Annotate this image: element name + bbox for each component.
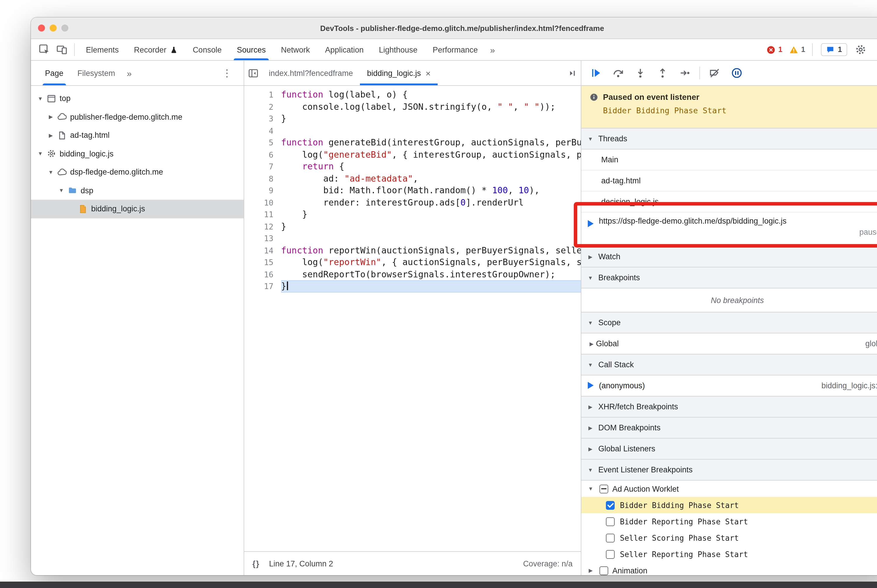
- elb-item-bidder-reporting-phase-start[interactable]: Bidder Reporting Phase Start: [581, 513, 877, 530]
- device-toolbar-icon[interactable]: [53, 42, 71, 58]
- thread-item-main[interactable]: Main: [581, 150, 877, 170]
- checkbox-checked[interactable]: [606, 501, 615, 510]
- devtools-tab-console[interactable]: Console: [185, 39, 229, 60]
- pause-on-exceptions-button[interactable]: [728, 65, 746, 81]
- disclosure-closed-icon[interactable]: ▶: [586, 568, 596, 573]
- devtools-tab-network[interactable]: Network: [274, 39, 317, 60]
- step-button[interactable]: [676, 65, 693, 81]
- resume-button[interactable]: [587, 65, 605, 81]
- issues-button[interactable]: 1: [821, 43, 847, 56]
- navigator-menu-icon[interactable]: ⋮: [217, 67, 237, 79]
- checkbox-indeterminate[interactable]: [599, 484, 608, 493]
- toggle-navigator-icon[interactable]: [244, 65, 262, 81]
- devtools-tab-recorder[interactable]: Recorder: [126, 39, 185, 60]
- line-number[interactable]: 11: [244, 208, 281, 220]
- disclosure-open-icon[interactable]: ▼: [36, 96, 45, 102]
- more-panels-chevron-icon[interactable]: »: [486, 45, 500, 55]
- error-badge[interactable]: 1: [763, 45, 786, 54]
- tab-filesystem[interactable]: Filesystem: [71, 61, 122, 85]
- disclosure-closed-icon[interactable]: ▶: [46, 114, 56, 120]
- threads-section-header[interactable]: ▼ Threads: [581, 128, 877, 150]
- elb-item-seller-reporting-phase-start[interactable]: Seller Reporting Phase Start: [581, 546, 877, 562]
- editor-tab-index-html[interactable]: index.html?fencedframe: [262, 61, 360, 85]
- call-stack-section-header[interactable]: ▼ Call Stack: [581, 354, 877, 375]
- desktop-bottom-bar: [0, 582, 877, 588]
- dom-breakpoints-section-header[interactable]: ▶ DOM Breakpoints: [581, 417, 877, 438]
- line-number[interactable]: 8: [244, 172, 281, 184]
- line-number[interactable]: 12: [244, 220, 281, 232]
- line-number[interactable]: 2: [244, 101, 281, 113]
- scope-global-row[interactable]: ▶ Global global: [581, 333, 877, 354]
- line-number[interactable]: 10: [244, 196, 281, 208]
- editor-tab-bidding-logic-js[interactable]: bidding_logic.js ×: [360, 61, 438, 85]
- line-number[interactable]: 14: [244, 244, 281, 256]
- line-number[interactable]: 1: [244, 89, 281, 101]
- disclosure-open-icon[interactable]: ▼: [586, 486, 596, 492]
- devtools-tab-elements[interactable]: Elements: [78, 39, 126, 60]
- elb-group-ad-auction-worklet[interactable]: ▼Ad Auction Worklet: [581, 480, 877, 497]
- line-number[interactable]: 6: [244, 148, 281, 160]
- editor-statusbar: {} Line 17, Column 2 Coverage: n/a: [244, 551, 581, 575]
- step-over-button[interactable]: [609, 65, 627, 81]
- checkbox-unchecked[interactable]: [606, 533, 615, 542]
- xhr-breakpoints-section-header[interactable]: ▶ XHR/fetch Breakpoints: [581, 396, 877, 417]
- section-title: Breakpoints: [598, 273, 640, 282]
- line-number[interactable]: 13: [244, 232, 281, 244]
- thread-item-current[interactable]: https://dsp-fledge-demo.glitch.me/dsp/bi…: [581, 212, 877, 246]
- disclosure-closed-icon[interactable]: ▶: [46, 132, 56, 138]
- pretty-print-button[interactable]: {}: [253, 559, 260, 568]
- line-number[interactable]: 7: [244, 160, 281, 172]
- elb-item-bidder-bidding-phase-start[interactable]: Bidder Bidding Phase Start: [581, 497, 877, 513]
- devtools-menu-icon[interactable]: ⋮: [869, 44, 877, 56]
- step-into-button[interactable]: [632, 65, 649, 81]
- tree-item-bidding-logic-js[interactable]: bidding_logic.js: [31, 200, 244, 218]
- inspect-icon[interactable]: [36, 42, 53, 58]
- devtools-tab-sources[interactable]: Sources: [229, 39, 274, 60]
- deactivate-breakpoints-button[interactable]: [706, 65, 724, 81]
- line-number[interactable]: 15: [244, 256, 281, 268]
- elb-group-animation[interactable]: ▶Animation: [581, 562, 877, 575]
- close-tab-icon[interactable]: ×: [426, 68, 431, 78]
- call-stack-frame[interactable]: (anonymous) bidding_logic.js:17: [581, 375, 877, 396]
- debugger-pane: Paused on event listener Bidder Bidding …: [581, 61, 877, 575]
- devtools-tab-lighthouse[interactable]: Lighthouse: [371, 39, 425, 60]
- warning-badge[interactable]: 1: [786, 45, 809, 54]
- code-line: 3}: [244, 113, 581, 124]
- code-line: 12}: [244, 220, 581, 232]
- code-editor[interactable]: 1function log(label, o) {2 console.log(l…: [244, 86, 581, 551]
- line-number[interactable]: 5: [244, 136, 281, 148]
- tree-item-publisher-fledge-demo-glitch-me[interactable]: ▶publisher-fledge-demo.glitch.me: [31, 108, 244, 126]
- disclosure-open-icon[interactable]: ▼: [46, 170, 56, 175]
- line-number[interactable]: 3: [244, 113, 281, 124]
- event-listener-breakpoints-section-header[interactable]: ▼ Event Listener Breakpoints: [581, 459, 877, 480]
- line-number[interactable]: 17: [244, 280, 281, 292]
- line-number[interactable]: 16: [244, 268, 281, 280]
- thread-item-ad-tag-html[interactable]: ad-tag.html: [581, 170, 877, 191]
- tab-page[interactable]: Page: [38, 61, 71, 85]
- breakpoints-section-header[interactable]: ▼ Breakpoints: [581, 267, 877, 288]
- settings-gear-icon[interactable]: [852, 42, 869, 58]
- tree-item-top[interactable]: ▼top: [31, 89, 244, 108]
- disclosure-open-icon[interactable]: ▼: [36, 151, 45, 157]
- checkbox-unchecked[interactable]: [599, 566, 608, 575]
- tree-item-ad-tag-html[interactable]: ▶ad-tag.html: [31, 126, 244, 144]
- line-number[interactable]: 9: [244, 184, 281, 196]
- tree-item-dsp-fledge-demo-glitch-me[interactable]: ▼dsp-fledge-demo.glitch.me: [31, 163, 244, 181]
- global-listeners-section-header[interactable]: ▶ Global Listeners: [581, 438, 877, 459]
- tree-item-dsp[interactable]: ▼dsp: [31, 181, 244, 200]
- elb-item-seller-scoring-phase-start[interactable]: Seller Scoring Phase Start: [581, 530, 877, 546]
- checkbox-unchecked[interactable]: [606, 550, 615, 558]
- next-editor-icon[interactable]: [563, 65, 581, 81]
- step-out-button[interactable]: [654, 65, 671, 81]
- navigator-more-tabs-chevron-icon[interactable]: »: [122, 68, 137, 78]
- scope-section-header[interactable]: ▼ Scope: [581, 312, 877, 333]
- devtools-tab-performance[interactable]: Performance: [425, 39, 486, 60]
- tree-item-bidding-logic-js[interactable]: ▼bidding_logic.js: [31, 144, 244, 163]
- watch-section-header[interactable]: ▶ Watch: [581, 246, 877, 267]
- disclosure-open-icon[interactable]: ▼: [57, 188, 66, 194]
- line-number[interactable]: 4: [244, 124, 281, 136]
- devtools-tab-application[interactable]: Application: [317, 39, 371, 60]
- checkbox-unchecked[interactable]: [606, 517, 615, 526]
- thread-item-decision-logic-js[interactable]: decision_logic.js: [581, 191, 877, 212]
- code-text: }: [281, 113, 581, 124]
